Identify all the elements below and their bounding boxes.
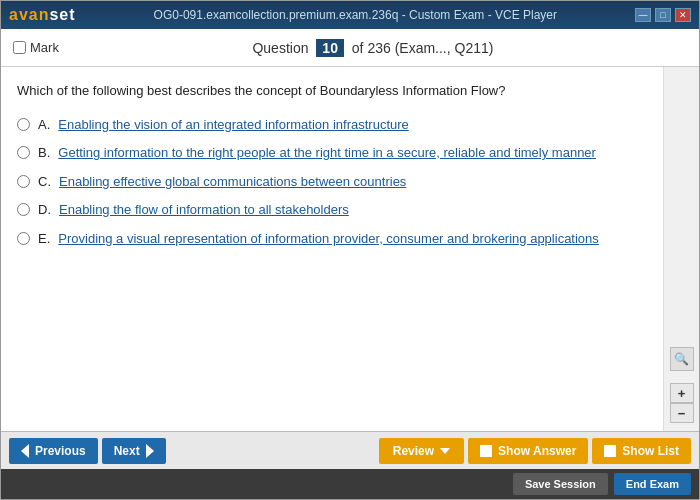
show-list-icon (604, 445, 616, 457)
mark-label: Mark (30, 40, 59, 55)
right-sidebar: 🔍 + − (663, 67, 699, 431)
title-bar-left: avanset (9, 6, 76, 24)
option-label-c: C. (38, 172, 51, 192)
zoom-controls: + − (670, 383, 694, 423)
app-window: avanset OG0-091.examcollection.premium.e… (0, 0, 700, 500)
show-list-label: Show List (622, 444, 679, 458)
bottom-bar: Save Session End Exam (1, 469, 699, 499)
maximize-button[interactable]: □ (655, 8, 671, 22)
question-info: Question 10 of 236 (Exam..., Q211) (59, 39, 687, 57)
option-text-c[interactable]: Enabling effective global communications… (59, 172, 406, 192)
title-bar: avanset OG0-091.examcollection.premium.e… (1, 1, 699, 29)
save-session-button[interactable]: Save Session (513, 473, 608, 495)
radio-b[interactable] (17, 146, 30, 159)
logo: avanset (9, 6, 76, 24)
question-number: 10 (316, 39, 344, 57)
mark-checkbox[interactable] (13, 41, 26, 54)
option-label-b: B. (38, 143, 50, 163)
end-exam-button[interactable]: End Exam (614, 473, 691, 495)
show-answer-label: Show Answer (498, 444, 576, 458)
total-questions: of 236 (Exam..., Q211) (352, 40, 494, 56)
option-label-a: A. (38, 115, 50, 135)
prev-arrow-icon (21, 444, 29, 458)
option-text-d[interactable]: Enabling the flow of information to all … (59, 200, 349, 220)
search-icon[interactable]: 🔍 (670, 347, 694, 371)
radio-e[interactable] (17, 232, 30, 245)
question-area: Which of the following best describes th… (1, 67, 663, 431)
next-button[interactable]: Next (102, 438, 166, 464)
review-dropdown-icon (440, 448, 450, 454)
radio-a[interactable] (17, 118, 30, 131)
show-list-button[interactable]: Show List (592, 438, 691, 464)
end-exam-label: End Exam (626, 478, 679, 490)
save-session-label: Save Session (525, 478, 596, 490)
logo-accent: avan (9, 6, 49, 23)
option-label-e: E. (38, 229, 50, 249)
logo-main: set (49, 6, 75, 23)
option-text-a[interactable]: Enabling the vision of an integrated inf… (58, 115, 408, 135)
review-button[interactable]: Review (379, 438, 464, 464)
answer-option-d: D. Enabling the flow of information to a… (17, 200, 647, 220)
answer-option-c: C. Enabling effective global communicati… (17, 172, 647, 192)
question-label: Question (252, 40, 308, 56)
previous-label: Previous (35, 444, 86, 458)
option-text-e[interactable]: Providing a visual representation of inf… (58, 229, 599, 249)
window-controls: — □ ✕ (635, 8, 691, 22)
mark-section: Mark (13, 40, 59, 55)
radio-d[interactable] (17, 203, 30, 216)
answer-option-b: B. Getting information to the right peop… (17, 143, 647, 163)
zoom-in-button[interactable]: + (670, 383, 694, 403)
window-title: OG0-091.examcollection.premium.exam.236q… (76, 8, 635, 22)
main-content: Which of the following best describes th… (1, 67, 699, 431)
previous-button[interactable]: Previous (9, 438, 98, 464)
question-text: Which of the following best describes th… (17, 81, 647, 101)
show-answer-button[interactable]: Show Answer (468, 438, 588, 464)
option-label-d: D. (38, 200, 51, 220)
review-label: Review (393, 444, 434, 458)
zoom-out-button[interactable]: − (670, 403, 694, 423)
next-arrow-icon (146, 444, 154, 458)
next-label: Next (114, 444, 140, 458)
radio-c[interactable] (17, 175, 30, 188)
minimize-button[interactable]: — (635, 8, 651, 22)
option-text-b[interactable]: Getting information to the right people … (58, 143, 596, 163)
close-button[interactable]: ✕ (675, 8, 691, 22)
question-header: Mark Question 10 of 236 (Exam..., Q211) (1, 29, 699, 67)
answer-option-e: E. Providing a visual representation of … (17, 229, 647, 249)
answer-option-a: A. Enabling the vision of an integrated … (17, 115, 647, 135)
show-answer-icon (480, 445, 492, 457)
nav-bar: Previous Next Review Show Answer Show Li… (1, 431, 699, 469)
